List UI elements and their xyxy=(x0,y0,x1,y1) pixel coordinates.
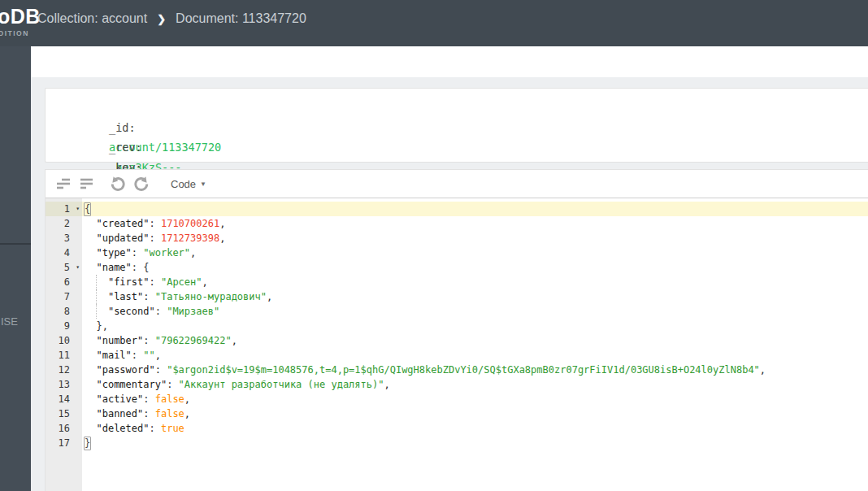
gutter-line-number[interactable]: 2 xyxy=(46,216,82,231)
mode-label: Code xyxy=(171,178,196,190)
logo-edition-label: DITION xyxy=(0,29,36,37)
chevron-right-icon: ❯ xyxy=(157,13,166,25)
caret-down-icon: ▼ xyxy=(200,180,206,188)
code-line[interactable]: } xyxy=(82,436,868,450)
meta-row-id: _id: account/113347720 xyxy=(56,98,868,118)
editor-body[interactable]: 1▾2345▾67891011121314151617 { "created":… xyxy=(46,198,868,491)
gutter-line-number[interactable]: 9 xyxy=(46,319,82,333)
editor-toolbar: Code ▼ xyxy=(46,170,868,198)
code-line[interactable]: "last": "Татьяно-мурадович", xyxy=(82,289,868,304)
gutter-line-number[interactable]: 17 xyxy=(46,436,82,450)
gutter-line-number[interactable]: 16 xyxy=(46,421,82,436)
code-line[interactable]: "deleted": true xyxy=(82,421,868,436)
meta-id-label: _id: xyxy=(109,118,154,138)
gutter-line-number[interactable]: 3 xyxy=(46,231,82,246)
undo-arrow-icon xyxy=(110,176,126,192)
gutter-line-number[interactable]: 8 xyxy=(46,304,82,319)
arangodb-document-page: oDB DITION Collection: account ❯ Documen… xyxy=(0,0,868,491)
content-area: _id: account/113347720 _rev: _hqa3KzS---… xyxy=(31,46,868,491)
code-line[interactable]: "mail": "", xyxy=(82,348,868,363)
fold-arrow-icon[interactable]: ▾ xyxy=(76,202,80,216)
content-topbar xyxy=(31,46,868,77)
json-editor: Code ▼ 1▾2345▾67891011121314151617 { "cr… xyxy=(45,169,868,491)
code-line[interactable]: "password": "$argon2id$v=19$m=1048576,t=… xyxy=(82,363,868,377)
code-line[interactable]: "created": 1710700261, xyxy=(82,216,868,231)
undo-button[interactable] xyxy=(110,176,126,192)
document-meta-card: _id: account/113347720 _rev: _hqa3KzS---… xyxy=(45,88,868,163)
code-line[interactable]: "commentary": "Аккаунт разработчика (не … xyxy=(82,377,868,392)
code-line[interactable]: "second": "Мирзаев" xyxy=(82,304,868,319)
meta-row-rev: _rev: _hqa3KzS--- xyxy=(56,118,868,138)
code-line[interactable]: { xyxy=(82,202,868,216)
breadcrumb: Collection: account ❯ Document: 11334772… xyxy=(37,11,306,27)
left-sidebar: ISE xyxy=(0,46,31,491)
code-line[interactable]: "banned": false, xyxy=(82,406,868,421)
editor-mode-dropdown[interactable]: Code ▼ xyxy=(171,178,206,190)
code-line[interactable]: "active": false, xyxy=(82,392,868,406)
meta-rev-label: _rev: xyxy=(109,137,154,158)
format-json-button[interactable] xyxy=(55,176,72,192)
fold-arrow-icon[interactable]: ▾ xyxy=(76,260,80,275)
breadcrumb-collection-link[interactable]: Collection: account xyxy=(37,11,147,26)
gutter-line-number[interactable]: 4 xyxy=(46,246,82,260)
gutter-line-number[interactable]: 14 xyxy=(46,392,82,406)
redo-arrow-icon xyxy=(133,176,150,192)
code-line[interactable]: "type": "worker", xyxy=(82,246,868,260)
compact-json-button[interactable] xyxy=(79,176,95,192)
gutter-line-number[interactable]: 5▾ xyxy=(46,260,82,275)
editor-code[interactable]: { "created": 1710700261, "updated": 1712… xyxy=(82,198,868,491)
logo-text: oDB xyxy=(0,5,36,28)
format-lines-icon xyxy=(56,177,71,190)
gutter-line-number[interactable]: 11 xyxy=(46,348,82,363)
gutter-line-number[interactable]: 10 xyxy=(46,333,82,348)
gutter-line-number[interactable]: 13 xyxy=(46,377,82,392)
gutter-line-number[interactable]: 7 xyxy=(46,289,82,304)
breadcrumb-document-label: Document: 113347720 xyxy=(176,11,306,26)
redo-button[interactable] xyxy=(133,176,150,192)
gutter-line-number[interactable]: 12 xyxy=(46,363,82,377)
code-line[interactable]: "updated": 1712739398, xyxy=(82,231,868,246)
compact-lines-icon xyxy=(80,177,94,190)
code-line[interactable]: }, xyxy=(82,319,868,333)
sidebar-cut-label: ISE xyxy=(1,315,18,328)
editor-gutter: 1▾2345▾67891011121314151617 xyxy=(46,198,82,491)
code-line[interactable]: "number": "79622969422", xyxy=(82,333,868,348)
gutter-line-number[interactable]: 15 xyxy=(46,406,82,421)
gutter-line-number[interactable]: 1▾ xyxy=(46,202,82,216)
code-line[interactable]: "name": { xyxy=(82,260,868,275)
top-header: oDB DITION Collection: account ❯ Documen… xyxy=(0,0,868,46)
arangodb-logo[interactable]: oDB DITION xyxy=(0,5,36,37)
sidebar-divider xyxy=(0,243,31,245)
code-line[interactable]: "first": "Арсен", xyxy=(82,275,868,289)
gutter-line-number[interactable]: 6 xyxy=(46,275,82,289)
